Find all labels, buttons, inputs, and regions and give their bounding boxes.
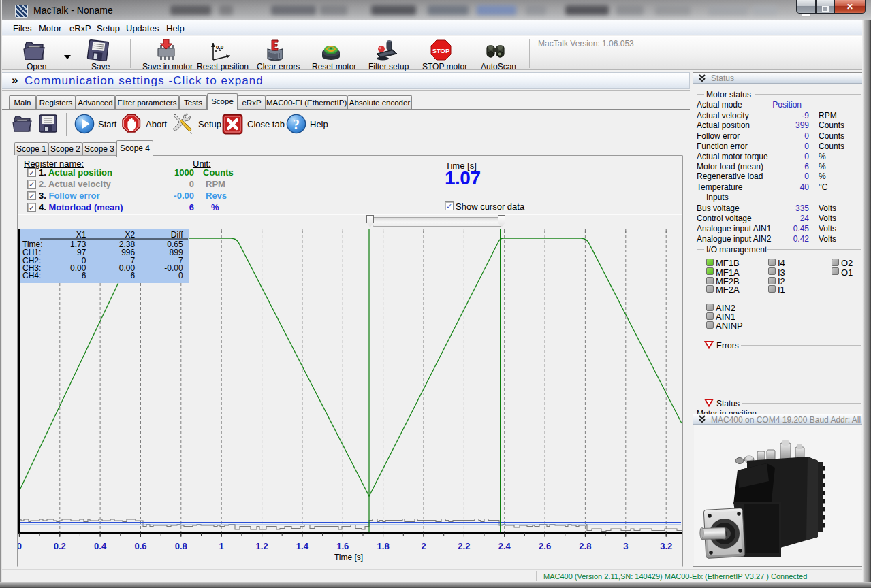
svg-text:6: 6 xyxy=(131,271,136,280)
svg-text:X2: X2 xyxy=(125,230,136,240)
svg-text:Diff: Diff xyxy=(171,230,183,240)
svg-text:?: ? xyxy=(293,117,300,132)
svg-text:0: 0 xyxy=(18,541,22,551)
svg-text:6: 6 xyxy=(82,271,86,280)
svg-text:2.4: 2.4 xyxy=(498,541,511,551)
svg-text:0.4: 0.4 xyxy=(94,541,107,551)
svg-text:1.6: 1.6 xyxy=(336,541,349,551)
svg-text:3: 3 xyxy=(623,541,628,551)
svg-text:Time [s]: Time [s] xyxy=(334,553,363,562)
svg-text:CH4:: CH4: xyxy=(22,271,41,280)
svg-text:1.8: 1.8 xyxy=(377,541,390,551)
svg-text:X1: X1 xyxy=(76,230,86,240)
svg-text:1.4: 1.4 xyxy=(296,541,309,551)
svg-text:STOP: STOP xyxy=(432,47,450,54)
svg-text:1: 1 xyxy=(219,541,224,551)
svg-text:2.8: 2.8 xyxy=(579,541,591,551)
svg-text:0,0: 0,0 xyxy=(216,44,224,50)
svg-text:0.8: 0.8 xyxy=(175,541,187,551)
svg-text:0.6: 0.6 xyxy=(134,541,146,551)
svg-text:3.2: 3.2 xyxy=(660,541,672,551)
svg-text:1.2: 1.2 xyxy=(256,541,268,551)
svg-text:2: 2 xyxy=(421,541,426,551)
svg-text:2.2: 2.2 xyxy=(458,541,470,551)
svg-text:0.2: 0.2 xyxy=(54,541,66,551)
svg-text:2.6: 2.6 xyxy=(539,541,551,551)
svg-text:0: 0 xyxy=(178,271,183,280)
